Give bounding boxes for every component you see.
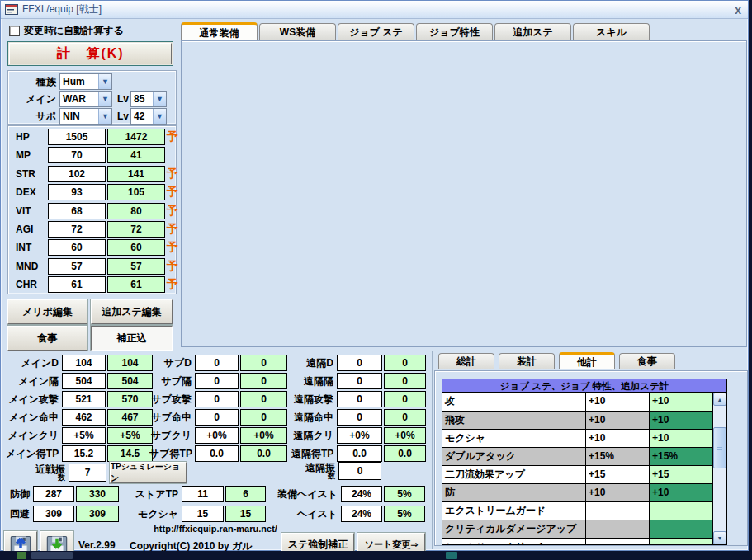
dropdown-arrow-icon: ▼ xyxy=(153,92,166,106)
summary-table-title: ジョブ ステ、ジョブ 特性、追加ステ計 xyxy=(442,379,726,393)
tp-simulation-button[interactable]: TPシュミレーション xyxy=(110,462,187,483)
evasion-base: 309 xyxy=(33,506,74,522)
stat-forecast-mark: 予 xyxy=(167,259,178,274)
scroll-up-icon[interactable]: ▲ xyxy=(713,393,726,406)
stat-total-value: 72 xyxy=(107,221,165,238)
race-select[interactable]: Hum ▼ xyxy=(59,73,112,90)
combat-label: 遠隔攻撃 xyxy=(291,393,335,407)
store-tp-base: 11 xyxy=(182,486,224,502)
equip-tab-panel xyxy=(181,40,747,347)
combat-label: 遠隔命中 xyxy=(291,411,335,425)
summary-value-2: +10 xyxy=(649,412,712,429)
close-icon[interactable]: x xyxy=(735,4,741,16)
summary-row: エクストリームガード xyxy=(442,501,712,520)
store-tp-row: ストアTP 11 6 xyxy=(133,486,266,502)
auto-calc-checkbox[interactable]: 変更時に自動計算する xyxy=(9,24,124,38)
calc-button-face: 計 算(K) xyxy=(9,43,172,64)
stat-total-value: 141 xyxy=(107,166,165,182)
combat-total-value: 0 xyxy=(240,373,287,389)
ranged-swing-input[interactable]: 0 xyxy=(338,462,381,480)
merit-edit-button[interactable]: メリポ編集 xyxy=(7,299,87,324)
taskbar-icon[interactable] xyxy=(17,552,26,559)
main-tab[interactable]: 追加ステ xyxy=(494,23,571,40)
combat-total-value: 0 xyxy=(240,409,287,426)
haste-base: 24% xyxy=(341,506,382,522)
combat-total-value: +0% xyxy=(240,427,287,444)
summary-tab[interactable]: 食事 xyxy=(619,353,675,369)
stat-label: AGI xyxy=(12,224,46,235)
summary-tab[interactable]: 他計 xyxy=(559,352,615,369)
stat-forecast-mark: 予 xyxy=(167,204,178,219)
dropdown-arrow-icon: ▼ xyxy=(153,109,166,124)
food-button[interactable]: 食事 xyxy=(7,326,87,351)
summary-table-content: 攻 +10 +10 飛攻 +10 +10 xyxy=(442,393,726,544)
correction-toggle-button[interactable]: 補正込 xyxy=(91,326,173,351)
defense-label: 防御 xyxy=(4,487,31,501)
ranged-swing-label: 遠隔振 数 xyxy=(291,463,335,480)
dropdown-arrow-icon: ▼ xyxy=(98,74,111,89)
combat-label: メインD xyxy=(6,356,60,370)
main-tab[interactable]: ジョブ特性 xyxy=(416,23,493,40)
scrollbar-thumb[interactable] xyxy=(713,427,726,468)
combat-base-value: 462 xyxy=(62,409,106,426)
main-job-label: メイン xyxy=(12,92,59,106)
main-tab[interactable]: ジョブ ステ xyxy=(338,23,414,40)
combat-base-value: +0% xyxy=(337,427,382,444)
sub-weapon-stats: サブD 0 0 サブ隔 0 0 サブ攻撃 0 0 サブ命中 xyxy=(149,355,287,464)
summary-stat-name: 飛攻 xyxy=(442,412,585,429)
combat-total-value: 104 xyxy=(107,355,153,371)
combat-label: サブ隔 xyxy=(149,374,193,388)
scrollbar: ▲ ▼ xyxy=(712,393,726,544)
combat-total-value: 0 xyxy=(240,391,287,407)
taskbar-icon[interactable] xyxy=(446,552,457,559)
equip-haste-base: 24% xyxy=(341,486,382,502)
main-lv-select[interactable]: 85 ▼ xyxy=(130,91,167,107)
taskbar-item[interactable] xyxy=(31,552,73,559)
stat-row: DEX 93 105 予 xyxy=(12,184,176,200)
melee-swing-input[interactable]: 7 xyxy=(69,464,106,482)
summary-row: 飛攻 +10 +10 xyxy=(442,411,712,429)
combat-label: メイン隔 xyxy=(6,374,60,388)
main-tab[interactable]: WS装備 xyxy=(259,23,336,40)
stats-panel: HP 1505 1472 予 MP 70 41 STR 102 141 予 xyxy=(7,125,177,294)
ranged-swing-row: 遠隔振 数 0 xyxy=(291,462,381,480)
sub-lv-select[interactable]: 42 ▼ xyxy=(130,108,167,125)
combat-label: サブD xyxy=(149,356,193,370)
calc-button[interactable]: 計 算(K) xyxy=(7,41,173,66)
summary-value-1: +15% xyxy=(585,448,649,465)
main-job-select[interactable]: WAR ▼ xyxy=(59,91,112,107)
summary-value-1: +10 xyxy=(585,393,649,411)
stat-base-value: 70 xyxy=(48,147,106,163)
stat-row: VIT 68 80 予 xyxy=(12,203,176,219)
race-value: Hum xyxy=(63,76,85,87)
summary-value-1 xyxy=(585,502,649,520)
stat-base-value: 102 xyxy=(48,166,106,182)
stat-row: MP 70 41 xyxy=(12,147,176,163)
summary-tabstrip: 総計 装計 他計 食事 xyxy=(438,353,675,369)
summary-tab[interactable]: 総計 xyxy=(438,353,494,369)
summary-value-2 xyxy=(649,502,712,520)
main-tab[interactable]: 通常装備 xyxy=(181,22,258,40)
scroll-down-icon[interactable]: ▼ xyxy=(713,531,726,544)
summary-row: 二刀流効果アップ +15 +15 xyxy=(442,465,712,483)
summary-row: ダブルアタック +15% +15% xyxy=(442,447,712,465)
combat-label: サブ得TP xyxy=(149,447,193,461)
mokusha-total: 15 xyxy=(225,506,266,522)
summary-value-1: +15 xyxy=(585,466,649,483)
combat-label: メインクリ xyxy=(6,429,60,443)
evasion-total: 309 xyxy=(76,506,119,522)
summary-row: 防 +10 +10 xyxy=(442,483,712,501)
summary-tab[interactable]: 装計 xyxy=(499,353,555,369)
combat-total-value: 0 xyxy=(384,355,426,371)
stat-row: INT 60 60 予 xyxy=(12,239,176,256)
checkbox-box-icon[interactable] xyxy=(9,26,20,36)
main-tab[interactable]: スキル xyxy=(573,23,650,40)
combat-label: メイン命中 xyxy=(6,411,60,425)
combat-base-value: 0 xyxy=(195,391,239,407)
summary-stat-name: クリティカルダメージアップ xyxy=(442,520,585,538)
window-title: FFXI /equip [戦士] xyxy=(22,2,731,16)
sub-job-select[interactable]: NIN ▼ xyxy=(59,108,112,125)
add-stat-edit-button[interactable]: 追加ステ編集 xyxy=(91,299,173,324)
defense-base: 287 xyxy=(33,486,74,502)
stat-label: DEX xyxy=(12,186,46,198)
